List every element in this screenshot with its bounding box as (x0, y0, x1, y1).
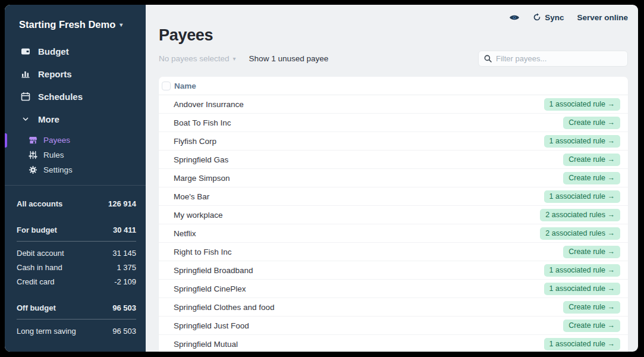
sidebar-item-schedules[interactable]: Schedules (5, 85, 146, 108)
table-row[interactable]: Netflix 2 associated rules → (159, 224, 628, 243)
rule-badge[interactable]: 1 associated rule → (544, 338, 620, 350)
rule-badge[interactable]: Create rule → (563, 154, 620, 166)
table-row[interactable]: Flyfish Corp 1 associated rule → (159, 132, 628, 151)
rule-badge[interactable]: Create rule → (563, 117, 620, 129)
table-row[interactable]: Springfield Mutual 1 associated rule → (159, 335, 628, 352)
account-label: Credit card (17, 277, 55, 286)
sliders-icon (28, 151, 37, 160)
select-all-checkbox[interactable] (162, 82, 171, 90)
bar-chart-icon (21, 69, 30, 79)
add-account-button[interactable]: + Add account (5, 351, 146, 352)
payees-selected-dropdown[interactable]: No payees selected ▾ (159, 54, 236, 63)
refresh-icon (533, 13, 541, 21)
payee-name: Netflix (174, 229, 540, 238)
payee-name: Marge Simpson (174, 174, 563, 183)
plus-icon: + (17, 351, 22, 352)
rule-badge[interactable]: 1 associated rule → (544, 283, 620, 295)
table-row[interactable]: My workplace 2 associated rules → (159, 206, 628, 224)
sidebar-item-budget[interactable]: Budget (5, 40, 146, 62)
sync-button[interactable]: Sync (533, 13, 564, 22)
sidebar-item-label: Reports (38, 69, 72, 79)
payees-table: Name Andover Insurrance 1 associated rul… (159, 77, 628, 352)
table-row[interactable]: Marge Simpson Create rule → (159, 169, 628, 187)
wallet-icon (21, 46, 30, 56)
debit-account-row[interactable]: Debit account 31 145 (17, 246, 136, 260)
payees-selected-label: No payees selected (159, 54, 230, 63)
main-content: Sync Server online Payees No payees sele… (146, 5, 638, 352)
sidebar-item-reports[interactable]: Reports (5, 62, 146, 85)
payee-name: Flyfish Corp (174, 137, 544, 146)
payee-name: Springfield Broadband (174, 266, 544, 275)
rule-badge[interactable]: Create rule → (563, 246, 620, 258)
chevron-down-icon (21, 114, 30, 124)
budget-switcher[interactable]: Starting Fresh Demo ▾ (5, 5, 146, 30)
table-row[interactable]: Springfield Gas Create rule → (159, 151, 628, 169)
table-row[interactable]: Springfield Broadband 1 associated rule … (159, 261, 628, 280)
account-label: For budget (17, 226, 57, 234)
account-label: Off budget (17, 303, 56, 312)
account-balance: 96 503 (112, 327, 136, 336)
sidebar: Starting Fresh Demo ▾ Budget Reports (5, 5, 146, 352)
sidebar-item-payees[interactable]: Payees (5, 133, 146, 148)
rule-badge[interactable]: Create rule → (563, 320, 620, 332)
off-budget-row[interactable]: Off budget 96 503 (17, 298, 136, 320)
rule-badge[interactable]: 2 associated rules → (540, 209, 620, 221)
active-indicator (5, 133, 7, 148)
all-accounts-row[interactable]: All accounts 126 914 (17, 199, 136, 220)
budget-name: Starting Fresh Demo (19, 19, 115, 30)
rule-badge[interactable]: 1 associated rule → (544, 190, 620, 203)
rule-badge[interactable]: 2 associated rules → (540, 227, 620, 240)
page-title: Payees (159, 26, 628, 45)
sidebar-menu: Budget Reports Schedules More (5, 40, 146, 130)
table-row[interactable]: Springfield CinePlex 1 associated rule → (159, 280, 628, 298)
long-term-saving-row[interactable]: Long term saving 96 503 (17, 324, 136, 338)
privacy-eye-button[interactable] (509, 14, 520, 21)
account-balances: All accounts 126 914 For budget 30 411 D… (5, 186, 146, 338)
sidebar-item-more[interactable]: More (5, 108, 146, 130)
rule-badge[interactable]: 1 associated rule → (544, 98, 620, 111)
rule-badge[interactable]: Create rule → (563, 301, 620, 314)
payee-name: Springfield Gas (174, 155, 563, 164)
account-balance: 31 145 (112, 249, 136, 258)
table-row[interactable]: Moe's Bar 1 associated rule → (159, 187, 628, 206)
account-balance: 126 914 (108, 199, 136, 208)
table-row[interactable]: Springfield Clothes and food Create rule… (159, 298, 628, 317)
rule-badge[interactable]: 1 associated rule → (544, 135, 620, 148)
show-unused-payee-link[interactable]: Show 1 unused payee (249, 54, 329, 63)
store-icon (28, 136, 37, 145)
filter-payees-input[interactable] (496, 54, 622, 63)
name-column-header: Name (174, 82, 196, 90)
payee-name: Springfield CinePlex (174, 284, 544, 293)
account-balance: 30 411 (113, 226, 136, 234)
payee-name: Springfield Clothes and food (174, 303, 563, 312)
chevron-down-icon: ▾ (120, 21, 122, 28)
table-header: Name (159, 77, 628, 95)
table-row[interactable]: Andover Insurrance 1 associated rule → (159, 95, 628, 114)
sidebar-item-rules[interactable]: Rules (5, 148, 146, 162)
sync-label: Sync (545, 13, 564, 22)
payee-name: Moe's Bar (174, 192, 544, 201)
sidebar-item-label: Budget (38, 46, 69, 57)
sidebar-item-label: Payees (43, 136, 70, 145)
payee-name: Springfield Mutual (174, 340, 544, 349)
server-status[interactable]: Server online (577, 13, 628, 22)
table-row[interactable]: Right to Fish Inc Create rule → (159, 243, 628, 261)
rule-badge[interactable]: 1 associated rule → (544, 264, 620, 277)
rule-badge[interactable]: Create rule → (563, 172, 620, 184)
account-label: All accounts (17, 199, 62, 208)
for-budget-row[interactable]: For budget 30 411 (17, 220, 136, 242)
table-row[interactable]: Boat To Fish Inc Create rule → (159, 114, 628, 132)
account-balance: 1 375 (117, 263, 136, 272)
server-status-label: Server online (577, 13, 628, 22)
sidebar-item-label: Schedules (38, 92, 83, 102)
payee-name: Right to Fish Inc (174, 248, 563, 256)
cash-in-hand-row[interactable]: Cash in hand 1 375 (17, 260, 136, 274)
credit-card-row[interactable]: Credit card -2 109 (17, 274, 136, 289)
sidebar-item-settings[interactable]: Settings (5, 162, 146, 177)
account-label: Long term saving (17, 327, 76, 336)
search-icon (484, 55, 492, 62)
sidebar-item-label: More (38, 114, 59, 124)
table-row[interactable]: Springfield Just Food Create rule → (159, 317, 628, 335)
filter-payees-box (478, 51, 628, 67)
sidebar-item-label: Rules (43, 151, 64, 159)
